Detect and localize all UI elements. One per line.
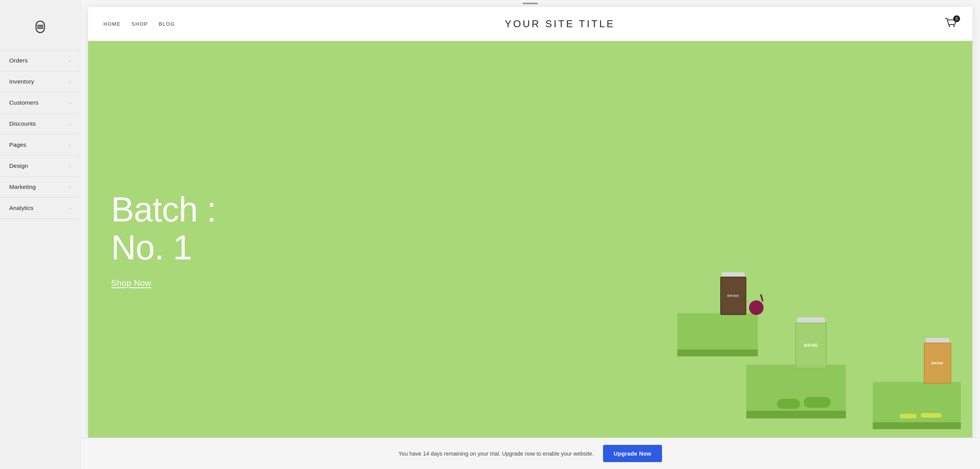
- discounts-label: Discounts: [9, 120, 36, 127]
- jar-lid-dark: [722, 272, 745, 277]
- upgrade-now-button[interactable]: Upgrade Now: [603, 445, 662, 462]
- chevron-right-icon: ›: [69, 58, 71, 64]
- chevron-right-icon: ›: [69, 79, 71, 85]
- drag-handle[interactable]: [80, 0, 980, 7]
- chevron-right-icon: ›: [69, 121, 71, 127]
- jar-label-orange: BRINE: [931, 361, 944, 365]
- beet: [749, 300, 764, 315]
- design-label: Design: [9, 162, 28, 169]
- hero-title-line1: Batch :: [111, 190, 216, 229]
- beet-stem: [760, 294, 764, 302]
- jar-lid-green: [797, 317, 825, 323]
- chevron-right-icon: ›: [69, 205, 71, 211]
- bottom-bar: You have 14 days remaining on your trial…: [80, 438, 980, 469]
- hero-section: Batch : No. 1 Shop Now: [88, 41, 972, 438]
- cucumber-slice-1: [804, 397, 831, 408]
- sidebar-item-inventory[interactable]: Inventory ›: [0, 71, 80, 92]
- jar-orange: BRINE: [924, 338, 951, 384]
- squarespace-icon: [33, 19, 48, 34]
- veggie-2: [900, 414, 917, 418]
- sidebar-item-customers[interactable]: Customers ›: [0, 92, 80, 113]
- jar-dark: BRINE: [720, 272, 746, 315]
- sidebar-item-analytics[interactable]: Analytics ›: [0, 197, 80, 219]
- trial-message: You have 14 days remaining on your trial…: [398, 451, 594, 457]
- main-content: HOME SHOP BLOG YOUR SITE TITLE 0: [80, 0, 980, 469]
- jar-label-green: BRINE: [804, 343, 818, 348]
- nav-home[interactable]: HOME: [103, 21, 121, 27]
- customers-label: Customers: [9, 99, 38, 106]
- jar-lid-orange: [926, 338, 949, 343]
- sidebar-item-discounts[interactable]: Discounts ›: [0, 113, 80, 134]
- jar-green: BRINE: [795, 317, 827, 369]
- chevron-right-icon: ›: [69, 142, 71, 148]
- sidebar-item-orders[interactable]: Orders ›: [0, 50, 80, 71]
- hero-cta[interactable]: Shop Now: [111, 278, 216, 288]
- sidebar-logo: [0, 8, 80, 50]
- analytics-label: Analytics: [9, 205, 33, 212]
- svg-point-2: [953, 25, 955, 27]
- chevron-right-icon: ›: [69, 184, 71, 190]
- hero-text: Batch : No. 1 Shop Now: [111, 191, 216, 288]
- sidebar: Orders › Inventory › Customers › Discoun…: [0, 0, 80, 469]
- product-platform-3: [873, 382, 961, 422]
- site-navigation: HOME SHOP BLOG: [103, 21, 175, 27]
- jar-body-orange: BRINE: [924, 343, 951, 384]
- product-platform-2: [677, 313, 758, 349]
- sidebar-item-pages[interactable]: Pages ›: [0, 134, 80, 155]
- orders-label: Orders: [9, 57, 28, 64]
- cucumber-slice-2: [777, 399, 800, 409]
- chevron-right-icon: ›: [69, 100, 71, 106]
- jar-body-dark: BRINE: [720, 277, 746, 315]
- nav-shop[interactable]: SHOP: [131, 21, 148, 27]
- nav-blog[interactable]: BLOG: [159, 21, 175, 27]
- chevron-right-icon: ›: [69, 163, 71, 169]
- site-title: YOUR SITE TITLE: [505, 18, 615, 30]
- site-cart[interactable]: 0: [945, 18, 957, 30]
- jar-body-green: BRINE: [795, 323, 827, 369]
- hero-title: Batch : No. 1: [111, 191, 216, 267]
- cart-badge: 0: [953, 15, 960, 22]
- jar-label-dark: BRINE: [727, 294, 739, 298]
- pages-label: Pages: [9, 141, 26, 148]
- hero-title-line2: No. 1: [111, 228, 192, 267]
- preview-container: HOME SHOP BLOG YOUR SITE TITLE 0: [80, 0, 980, 438]
- site-header: HOME SHOP BLOG YOUR SITE TITLE 0: [88, 7, 972, 41]
- cart-icon-wrap: 0: [945, 18, 957, 30]
- sidebar-navigation: Orders › Inventory › Customers › Discoun…: [0, 50, 80, 219]
- sidebar-item-design[interactable]: Design ›: [0, 155, 80, 176]
- svg-point-1: [949, 25, 950, 27]
- veggie-1: [921, 413, 942, 418]
- drag-bar: [523, 3, 538, 4]
- marketing-label: Marketing: [9, 184, 36, 190]
- sidebar-item-marketing[interactable]: Marketing ›: [0, 176, 80, 197]
- site-preview-window: HOME SHOP BLOG YOUR SITE TITLE 0: [88, 7, 972, 438]
- hero-products: BRINE BRINE: [398, 41, 972, 438]
- inventory-label: Inventory: [9, 78, 34, 85]
